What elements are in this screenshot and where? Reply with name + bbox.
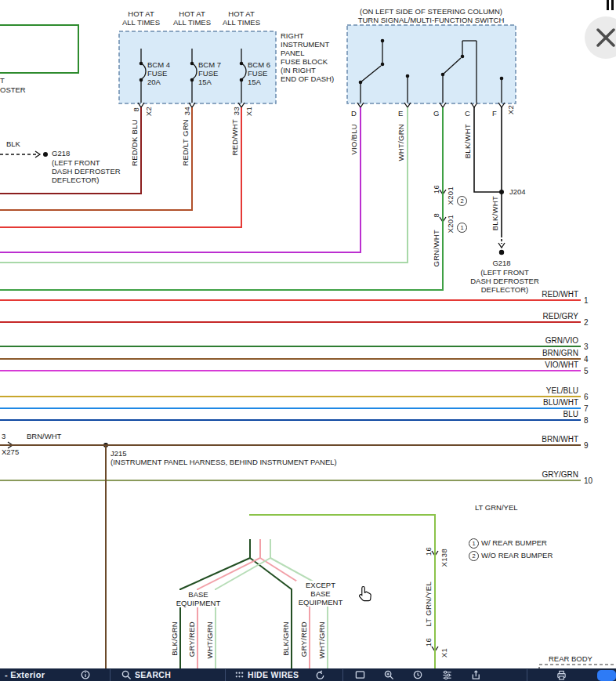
history-clock-icon[interactable] (413, 670, 423, 680)
scrollbar-top-mark-2[interactable] (611, 0, 614, 10)
splice-j215-desc: (INSTRUMENT PANEL HARNESS, BEHIND INSTRU… (111, 458, 337, 466)
wire-label-blk-wht-c: BLK/WHT (463, 124, 472, 158)
zoom-icon[interactable] (384, 670, 394, 680)
wire-9-label: BRN/WHT (484, 435, 578, 444)
wire-3-label: GRN/VIO (484, 336, 578, 345)
pin-e-label: E (398, 109, 403, 118)
search-icon[interactable] (121, 670, 132, 680)
connector-x138-label: X138 (440, 549, 448, 567)
wire-10-number: 10 (584, 476, 592, 485)
cutoff-label-fragment-2: OSTER (0, 85, 26, 94)
switch-location-label: (ON LEFT SIDE OF STEERING COLUMN) (345, 7, 517, 16)
connector-x201-label-b: X201 (446, 215, 455, 233)
note-2-marker-x201: 2 (457, 196, 467, 206)
x138-pin-16-label: 16 (424, 547, 433, 556)
wire-label-red-lt-grn: RED/LT GRN (181, 119, 190, 166)
wire-5-label: VIO/WHT (484, 360, 578, 369)
toolbar-divider-1 (110, 669, 111, 681)
fuse-block-title: RIGHT INSTRUMENT PANEL FUSE BLOCK (IN RI… (281, 31, 334, 83)
bottom-toolbar: - Exterior SEARCH HIDE WIRES (0, 668, 616, 681)
wire-label-red-wht-fuse: RED/WHT (230, 119, 239, 155)
wire-label-blk-grn-except: BLK/GRN (281, 621, 290, 656)
except-base-equipment-label: EXCEPT BASE EQUIPMENT (296, 581, 345, 607)
wire-8-label: BLU (484, 410, 578, 418)
pin-f-label: F (492, 109, 497, 118)
connector-x1-label: X1 (440, 648, 448, 657)
pin-d-label: D (351, 109, 357, 118)
x201-pin-16-label: 16 (432, 185, 440, 194)
wire-6-label: YEL/BLU (484, 386, 578, 395)
search-button[interactable]: SEARCH (135, 670, 171, 679)
toolbar-title-fragment: - Exterior (5, 670, 45, 679)
fuse-bcm7-label: BCM 7 FUSE 15A (198, 60, 221, 86)
wire-label-blk: BLK (6, 139, 20, 148)
pin-8-label: 8 (132, 107, 140, 112)
legend-w-rear-bumper: W/ REAR BUMPER (481, 538, 547, 547)
wire-4-number: 4 (584, 355, 589, 364)
wire-wht-grn[interactable] (0, 107, 408, 263)
wire-1-label: RED/WHT (484, 290, 578, 299)
info-icon[interactable] (81, 670, 91, 680)
wires-dots-icon[interactable] (234, 670, 245, 680)
wire-label-lt-grn-yel-v: LT GRN/YEL (424, 581, 433, 627)
wire-4-label: BRN/GRN (484, 349, 578, 357)
wire-blk-wht-c[interactable] (474, 107, 500, 192)
wire-label-gry-red-except: GRY/RED (299, 621, 308, 657)
wire-8-number: 8 (584, 416, 589, 425)
connector-x275-label: X275 (2, 447, 19, 456)
print-icon[interactable] (556, 670, 567, 680)
settings-sliders-icon[interactable] (442, 670, 452, 680)
ground-g218-right-label: G218 (482, 259, 521, 267)
wire-label-wht-grn-except: WHT/GRN (317, 621, 326, 658)
wire-label-grn-wht: GRN/WHT (432, 230, 440, 266)
hot-at-label-2: HOT AT ALL TIMES (168, 9, 216, 27)
hot-at-label-3: HOT AT ALL TIMES (218, 9, 265, 27)
hide-wires-button[interactable]: HIDE WIRES (248, 670, 299, 679)
ground-g218-left-label: G218 (52, 149, 70, 158)
defroster-component-box (0, 25, 78, 73)
close-icon (585, 16, 616, 59)
cursor-pointer-icon (360, 587, 371, 601)
share-icon[interactable] (471, 670, 481, 680)
pin-33-label: 33 (232, 107, 241, 115)
ground-g218-left (43, 152, 48, 157)
connector-x1-label: X1 (245, 107, 253, 116)
splice-j215-label: J215 (111, 449, 127, 458)
wire-1-number: 1 (584, 296, 589, 305)
selection-box-icon[interactable] (355, 670, 365, 680)
wire-label-lt-grn-yel-h: LT GRN/YEL (475, 503, 518, 512)
ground-g218-left-desc: (LEFT FRONT DASH DEFROSTER DEFLECTOR) (52, 158, 121, 184)
fuse-bcm4-label: BCM 4 FUSE 20A (147, 60, 170, 86)
wire-label-vio-blu: VIO/BLU (350, 124, 358, 155)
wire-label-red-dk-blu: RED/DK BLU (130, 119, 139, 166)
splice-j204-label: J204 (509, 187, 526, 196)
scrollbar-top-mark-1[interactable] (607, 0, 609, 10)
pin-g-label: G (433, 109, 439, 118)
toolbar-divider-3 (342, 669, 343, 681)
legend-wo-rear-bumper: W/O REAR BUMPER (481, 551, 553, 560)
pin-34-label: 34 (183, 107, 191, 115)
wire-10-label: GRY/GRN (484, 470, 578, 479)
wire-2-number: 2 (584, 318, 589, 327)
close-button[interactable] (585, 16, 616, 59)
rear-body-label: REAR BODY (549, 654, 592, 663)
scroll-corner-button[interactable] (597, 670, 616, 681)
x1-pin-16-label: 16 (424, 638, 433, 647)
note-1-marker-legend: 1 (469, 538, 479, 549)
branch-wires (0, 107, 502, 290)
wire-7-number: 7 (584, 404, 589, 413)
x201-pin-8-label: 8 (432, 213, 440, 218)
wire-label-blk-wht-f: BLK/WHT (491, 196, 499, 230)
undo-icon[interactable] (315, 670, 325, 680)
connector-chevrons (8, 103, 505, 651)
splice-j204 (499, 190, 504, 194)
base-equipment-label: BASE EQUIPMENT (174, 590, 223, 607)
toolbar-divider-4 (527, 669, 527, 681)
hot-at-label-1: HOT AT ALL TIMES (118, 9, 165, 27)
wire-label-wht-grn: WHT/GRN (397, 124, 405, 161)
connector-x2-fuse-label: X2 (144, 107, 153, 116)
toolbar-divider-2 (225, 669, 226, 681)
note-2-marker-legend: 2 (469, 551, 479, 561)
wire-7-label: BLU/WHT (484, 398, 578, 407)
pin-c-label: C (465, 109, 470, 118)
